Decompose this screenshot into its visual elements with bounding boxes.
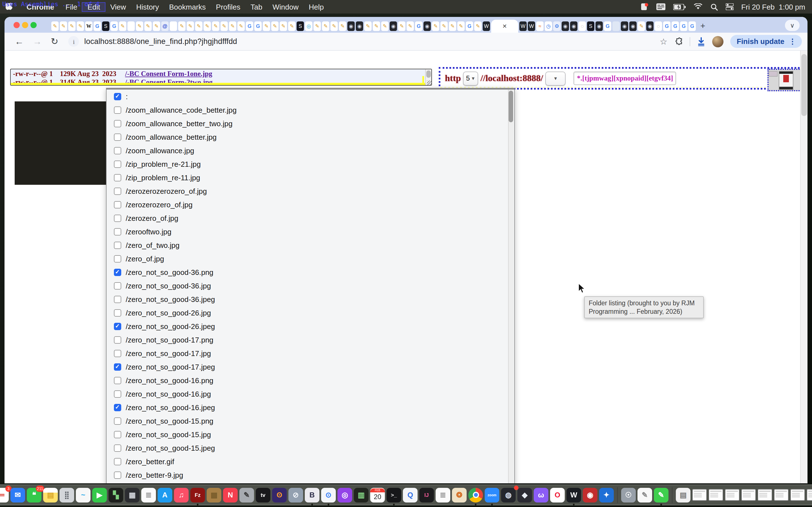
tab-favicon-pencil[interactable]: ✎: [407, 21, 414, 31]
checkbox-unchecked[interactable]: [114, 241, 121, 249]
tab-favicon-pencil[interactable]: ✎: [77, 21, 84, 31]
file-list-row[interactable]: /zero_not_so_good-15.png: [107, 414, 514, 428]
tab-close-icon[interactable]: ✕: [502, 23, 507, 29]
dock-icon-document[interactable]: ≣: [436, 488, 450, 502]
dock-icon-wordpress[interactable]: W: [566, 488, 581, 502]
tab-favicon-pencil[interactable]: ✎: [144, 21, 152, 31]
tab-favicon-google[interactable]: G: [415, 21, 422, 31]
tab-favicon-pencil[interactable]: ✎: [381, 21, 389, 31]
window-close-button[interactable]: [13, 22, 20, 28]
file-list-row[interactable]: /zerozerozerozero_of.jpg: [107, 184, 514, 198]
dock-icon-notes[interactable]: ▤: [43, 488, 58, 502]
tab-favicon-dark-circle[interactable]: ◉: [646, 21, 654, 31]
browser-menu-icon[interactable]: ⋮: [789, 37, 796, 46]
window-minimize-button[interactable]: [22, 22, 28, 28]
file-listing-frame[interactable]: -rw-r--r--@ 1 129K Aug 23 2023 /-BC Cons…: [10, 69, 432, 86]
tab-favicon-pencil[interactable]: ✎: [449, 21, 456, 31]
spotlight-icon[interactable]: [710, 3, 718, 10]
menu-item-history[interactable]: History: [131, 3, 164, 11]
control-center-icon[interactable]: [725, 3, 733, 10]
active-tab[interactable]: ✕: [491, 20, 518, 33]
tab-favicon-pencil[interactable]: ✎: [474, 21, 481, 31]
dock-icon-device-utility[interactable]: ▦: [125, 488, 140, 502]
file-list-row[interactable]: /zero_not_so_good-36.jpg: [107, 279, 514, 292]
file-list-row[interactable]: /zero_not_so_good-26.jpeg: [107, 320, 514, 333]
minimized-window-thumbnail[interactable]: [741, 489, 756, 501]
page-scroll-thumb[interactable]: [801, 54, 807, 116]
tab-favicon-dark-circle[interactable]: ◉: [423, 21, 431, 31]
checkbox-unchecked[interactable]: [114, 255, 121, 262]
download-icon[interactable]: [697, 37, 705, 46]
menu-item-bookmarks[interactable]: Bookmarks: [164, 3, 211, 11]
file-list-row[interactable]: /zerozero_of.jpg: [107, 211, 514, 225]
tab-favicon-pencil[interactable]: ✎: [432, 21, 439, 31]
dock-icon-blue-tool[interactable]: ✦: [599, 488, 614, 502]
dock-icon-firefox[interactable]: ʘ: [272, 488, 287, 502]
file-list-row[interactable]: /zero_not_so_good-36.png: [107, 265, 514, 279]
tab-favicon-gear[interactable]: ⚙: [553, 21, 560, 31]
panel-scrollbar[interactable]: [508, 90, 514, 483]
tab-favicon-pencil[interactable]: ✎: [68, 21, 75, 31]
dock-icon-art-app[interactable]: ❂: [452, 488, 467, 502]
file-list-row[interactable]: /zero_not_so_good-17.jpg: [107, 346, 514, 360]
file-list-row[interactable]: /zero_better.gif: [107, 455, 514, 468]
dock-icon-textedit[interactable]: ≣: [141, 488, 156, 502]
menu-item-help[interactable]: Help: [304, 3, 329, 11]
tab-favicon-pencil[interactable]: ✎: [195, 21, 202, 31]
minimized-window-thumbnail[interactable]: [758, 489, 772, 501]
menu-item-view[interactable]: View: [105, 3, 131, 11]
minimized-window-thumbnail[interactable]: [807, 489, 812, 501]
listing-scroll-thumb[interactable]: [426, 70, 430, 78]
file-list-row[interactable]: /zero_better-9.jpg: [107, 468, 514, 482]
tab-favicon-google[interactable]: G: [246, 21, 253, 31]
tab-favicon-pencil[interactable]: ✎: [331, 21, 338, 31]
tab-favicon-dark-circle[interactable]: ◉: [621, 21, 628, 31]
checkbox-unchecked[interactable]: [114, 282, 121, 289]
checkbox-checked[interactable]: [114, 323, 121, 330]
checkbox-unchecked[interactable]: [114, 349, 121, 357]
tab-favicon-pencil[interactable]: ✎: [60, 21, 67, 31]
dock-icon-podcasts[interactable]: ◎: [338, 488, 352, 502]
tab-favicon-dark-circle[interactable]: ◉: [570, 21, 577, 31]
app-status-icon[interactable]: [640, 3, 648, 11]
minimized-window-thumbnail[interactable]: [709, 489, 723, 501]
menu-item-tab[interactable]: Tab: [246, 3, 267, 11]
file-list-row[interactable]: /zero_of.jpg: [107, 252, 514, 265]
dock-icon-code-dark[interactable]: ▥: [354, 488, 368, 502]
tab-favicon-google[interactable]: G: [94, 21, 101, 31]
dock-icon-dark-utility[interactable]: ▚: [109, 488, 123, 502]
address-bar[interactable]: i localhost:8888/one_line_find.php?jhgjh…: [68, 36, 660, 47]
tab-favicon-java[interactable]: ≈: [536, 21, 544, 31]
dock-icon-opera[interactable]: O: [550, 488, 565, 502]
checkbox-unchecked[interactable]: [114, 228, 121, 235]
tab-favicon-pencil[interactable]: ✎: [441, 21, 448, 31]
dock-icon-terminal[interactable]: >_: [387, 488, 401, 502]
tab-favicon-pencil[interactable]: ✎: [220, 21, 228, 31]
tab-favicon-pencil[interactable]: ✎: [263, 21, 270, 31]
dock-icon-red-tool[interactable]: ◉: [583, 488, 598, 502]
reload-button[interactable]: ↻: [51, 36, 58, 47]
tab-favicon-dotted[interactable]: ◌: [655, 21, 662, 31]
tab-favicon-wp-dark[interactable]: W: [528, 21, 535, 31]
tab-favicon-pencil[interactable]: ✎: [339, 21, 346, 31]
tab-favicon-s-dark[interactable]: S: [297, 21, 304, 31]
minimized-window-thumbnail[interactable]: [692, 489, 707, 501]
tab-favicon-google[interactable]: G: [466, 21, 473, 31]
file-list-row[interactable]: /zero_not_so_good-17.png: [107, 333, 514, 346]
dock-icon-bbedit[interactable]: B: [305, 488, 319, 502]
back-button[interactable]: ←: [15, 36, 24, 47]
file-list-row[interactable]: /zip_problem_re-21.jpg: [107, 157, 514, 171]
checkbox-checked[interactable]: [114, 404, 121, 411]
dock-icon-facetime[interactable]: ▶: [92, 488, 107, 502]
battery-icon[interactable]: [673, 4, 686, 10]
tab-favicon-pencil[interactable]: ✎: [638, 21, 645, 31]
tab-favicon-google[interactable]: G: [689, 21, 696, 31]
tab-favicon-pencil[interactable]: ✎: [313, 21, 321, 31]
dock-icon-dark-wheel[interactable]: ◍: [501, 488, 516, 502]
dock-icon-news[interactable]: N: [223, 488, 238, 502]
file-list-row[interactable]: /zoom_allowance_code_better.jpg: [107, 103, 514, 117]
tab-favicon-pencil[interactable]: ✎: [187, 21, 194, 31]
tab-favicon-pencil[interactable]: ✎: [288, 21, 296, 31]
panel-scroll-thumb[interactable]: [509, 91, 513, 122]
checkbox-unchecked[interactable]: [114, 201, 121, 208]
